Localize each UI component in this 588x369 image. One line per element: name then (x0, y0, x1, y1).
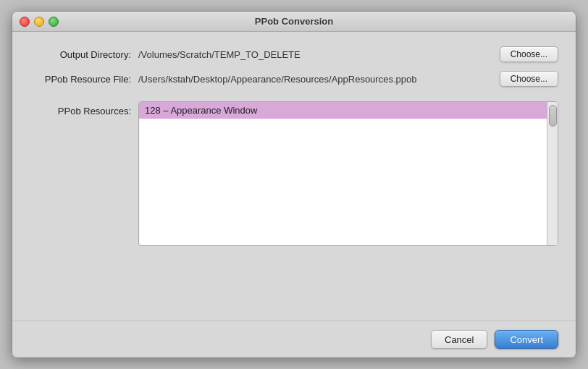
ppob-resource-file-value: /Users/kstah/Desktop/Appearance/Resource… (138, 74, 492, 85)
output-directory-row: Output Directory: /Volumes/Scratch/TEMP_… (30, 46, 558, 62)
ppob-resource-file-row: PPob Resource File: /Users/kstah/Desktop… (30, 71, 558, 87)
traffic-lights (20, 17, 59, 27)
output-directory-label: Output Directory: (30, 49, 131, 60)
ppob-resources-label: PPob Resources: (30, 106, 131, 116)
maximize-button[interactable] (49, 17, 59, 27)
close-button[interactable] (20, 17, 30, 27)
main-window: PPob Conversion Output Directory: /Volum… (12, 11, 576, 358)
content-area: Output Directory: /Volumes/Scratch/TEMP_… (12, 32, 576, 321)
scrollbar-thumb[interactable] (549, 105, 557, 127)
title-bar: PPob Conversion (12, 12, 576, 32)
ppob-resources-section: PPob Resources: 128 – Appearance Window (30, 101, 558, 306)
list-item[interactable]: 128 – Appearance Window (139, 102, 558, 119)
convert-button[interactable]: Convert (495, 330, 558, 349)
scrollbar[interactable] (547, 102, 558, 245)
cancel-button[interactable]: Cancel (431, 330, 487, 349)
window-title: PPob Conversion (255, 16, 333, 27)
output-directory-value: /Volumes/Scratch/TEMP_TO_DELETE (138, 49, 492, 60)
ppob-resources-list[interactable]: 128 – Appearance Window (138, 101, 558, 246)
choose-output-directory-button[interactable]: Choose... (500, 46, 558, 62)
minimize-button[interactable] (34, 17, 44, 27)
bottom-bar: Cancel Convert (12, 321, 576, 357)
choose-ppob-resource-button[interactable]: Choose... (500, 71, 558, 87)
ppob-resource-file-label: PPob Resource File: (30, 74, 131, 85)
